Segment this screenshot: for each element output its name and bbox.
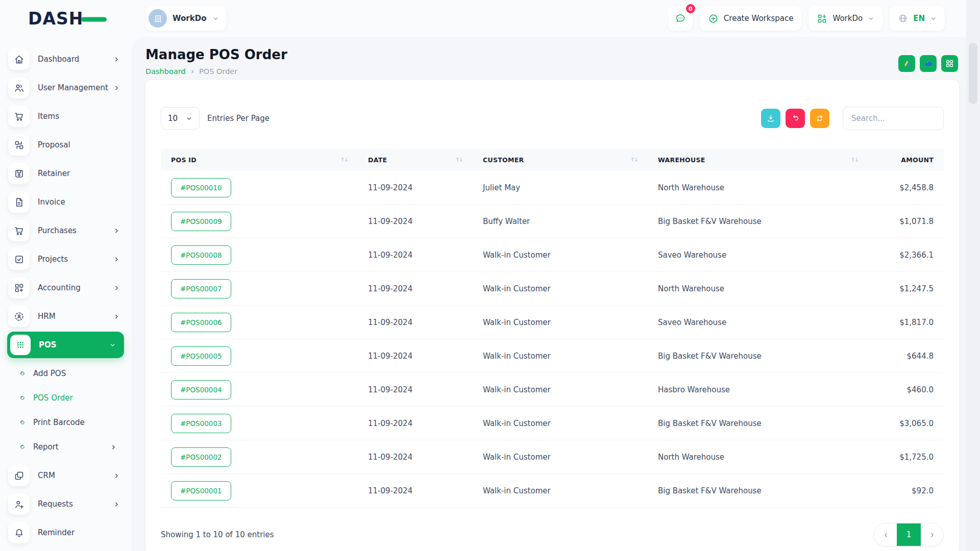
chevron-right-icon (110, 444, 117, 450)
order-date: 11-09-2024 (358, 217, 473, 226)
pagination-next-button[interactable] (921, 523, 943, 546)
table-toolbar: 10 Entries Per Page (161, 107, 944, 130)
sidebar-item-hrm[interactable]: HRM (0, 302, 131, 331)
sidebar-item-dashboard[interactable]: Dashboard (0, 45, 131, 73)
entries-per-page-select[interactable]: 10 (161, 107, 200, 130)
bullet-icon (19, 444, 25, 449)
sidebar-subitem-pos-order[interactable]: POS Order (0, 386, 131, 410)
table-row: #POS00008 11-09-2024 Walk-in Customer Sa… (161, 238, 944, 272)
refresh-button[interactable] (810, 109, 829, 128)
sidebar-item-accounting[interactable]: Accounting (0, 273, 131, 302)
sidebar-item-label: Requests (38, 499, 73, 509)
export-button[interactable] (761, 109, 780, 128)
pos-id-link[interactable]: #POS00003 (171, 414, 231, 433)
sidebar-subitem-add-pos[interactable]: Add POS (0, 361, 131, 386)
breadcrumb-home-link[interactable]: Dashboard (145, 67, 186, 76)
pos-id-link[interactable]: #POS00007 (171, 279, 231, 298)
pos-submenu: Add POS POS Order Print Barcode Report (0, 359, 131, 461)
scrollbar-track[interactable] (966, 0, 980, 551)
scrollbar-thumb[interactable] (969, 43, 977, 104)
sort-icon[interactable]: ↑↓ (851, 157, 858, 163)
create-workspace-button[interactable]: Create Workspace (700, 6, 802, 31)
sidebar-subitem-print-barcode[interactable]: Print Barcode (0, 410, 131, 435)
customer-name: Juliet May (473, 183, 648, 192)
table-row: #POS00009 11-09-2024 Buffy Walter Big Ba… (161, 205, 944, 238)
sidebar-item-label: CRM (38, 471, 55, 480)
table-header-row: POS ID ↑↓ DATE ↑↓ CUSTOMER ↑↓ WAREHOUSE … (161, 148, 944, 171)
sidebar-item-label: HRM (38, 312, 56, 321)
sidebar-item-projects[interactable]: Projects (0, 245, 131, 273)
sidebar-item-label: Dashboard (38, 55, 79, 64)
undo-icon (791, 114, 800, 123)
warehouse-name: Saveo Warehouse (648, 251, 868, 260)
create-workspace-label: Create Workspace (724, 14, 794, 23)
sidebar-item-label: POS (39, 340, 57, 349)
order-amount: $644.8 (868, 352, 944, 361)
entries-per-page-value: 10 (168, 114, 178, 123)
order-date: 11-09-2024 (358, 251, 473, 260)
sidebar-item-pos[interactable]: POS (7, 332, 124, 358)
pos-id-link[interactable]: #POS00006 (171, 313, 231, 332)
customer-name: Walk-in Customer (473, 251, 648, 260)
pos-id-link[interactable]: #POS00001 (171, 481, 231, 500)
pagination-current-page[interactable]: 1 (897, 523, 921, 546)
onedrive-icon (923, 59, 933, 68)
sort-icon[interactable]: ↑↓ (340, 157, 348, 163)
toolbar-right (761, 107, 944, 130)
undo-button[interactable] (786, 109, 805, 128)
app-logo[interactable]: DASH (28, 9, 107, 29)
messages-button[interactable]: 0 (668, 6, 693, 31)
order-amount: $1,071.8 (868, 217, 944, 226)
order-date: 11-09-2024 (358, 352, 473, 361)
table-action-buttons (761, 109, 829, 128)
refresh-icon (815, 114, 824, 123)
google-drive-button[interactable] (898, 55, 915, 72)
entries-per-page-label: Entries Per Page (207, 114, 270, 123)
order-amount: $2,458.8 (868, 183, 944, 192)
sort-icon[interactable]: ↑↓ (630, 157, 638, 163)
sidebar-item-crm[interactable]: CRM (0, 461, 131, 490)
sidebar-item-label: Purchases (38, 226, 77, 235)
column-header-warehouse[interactable]: WAREHOUSE ↑↓ (648, 156, 868, 164)
globe-icon (898, 13, 908, 23)
pagination-prev-button[interactable] (874, 523, 897, 546)
pos-id-link[interactable]: #POS00002 (171, 447, 231, 467)
sidebar-item-items[interactable]: Items (0, 102, 131, 131)
customer-name: Walk-in Customer (473, 284, 648, 293)
workdo-menu-button[interactable]: WorkDo (808, 6, 883, 31)
sidebar-subitem-report[interactable]: Report (0, 435, 131, 459)
sort-icon[interactable]: ↑↓ (455, 157, 462, 163)
search-input[interactable] (843, 107, 944, 130)
sidebar-menu: Dashboard User Management Items Proposal… (0, 45, 131, 547)
chat-icon (675, 13, 686, 24)
column-header-pos-id[interactable]: POS ID ↑↓ (161, 156, 358, 164)
bullet-icon (19, 419, 25, 425)
sidebar-subitem-label: Print Barcode (33, 418, 85, 427)
sidebar-item-user-management[interactable]: User Management (0, 73, 131, 102)
column-header-customer[interactable]: CUSTOMER ↑↓ (473, 156, 648, 164)
users-icon (8, 77, 30, 98)
chevron-right-icon (113, 256, 120, 263)
language-selector[interactable]: EN (890, 6, 945, 31)
one-drive-button[interactable] (920, 55, 937, 72)
sidebar-item-retainer[interactable]: Retainer (0, 159, 131, 188)
pos-id-link[interactable]: #POS00009 (171, 212, 231, 231)
order-amount: $1,817.0 (868, 318, 944, 327)
pos-id-link[interactable]: #POS00004 (171, 380, 231, 399)
column-header-date[interactable]: DATE ↑↓ (358, 156, 473, 164)
pos-id-link[interactable]: #POS00010 (171, 178, 231, 197)
sidebar-item-invoice[interactable]: Invoice (0, 188, 131, 216)
order-amount: $3,065.0 (868, 419, 944, 428)
pos-id-link[interactable]: #POS00005 (171, 346, 231, 366)
table-row: #POS00010 11-09-2024 Juliet May North Wa… (161, 171, 944, 205)
sidebar-item-proposal[interactable]: Proposal (0, 131, 131, 159)
grid-view-button[interactable] (941, 55, 958, 72)
pos-id-link[interactable]: #POS00008 (171, 245, 231, 265)
customer-name: Walk-in Customer (473, 318, 648, 327)
workspace-switcher[interactable]: WorkDo (145, 6, 226, 31)
table-body: #POS00010 11-09-2024 Juliet May North Wa… (161, 171, 944, 508)
sidebar-item-purchases[interactable]: Purchases (0, 216, 131, 245)
sidebar-item-reminder[interactable]: Reminder (0, 518, 131, 547)
sidebar-item-requests[interactable]: Requests (0, 490, 131, 518)
chevron-down-icon (868, 15, 874, 22)
